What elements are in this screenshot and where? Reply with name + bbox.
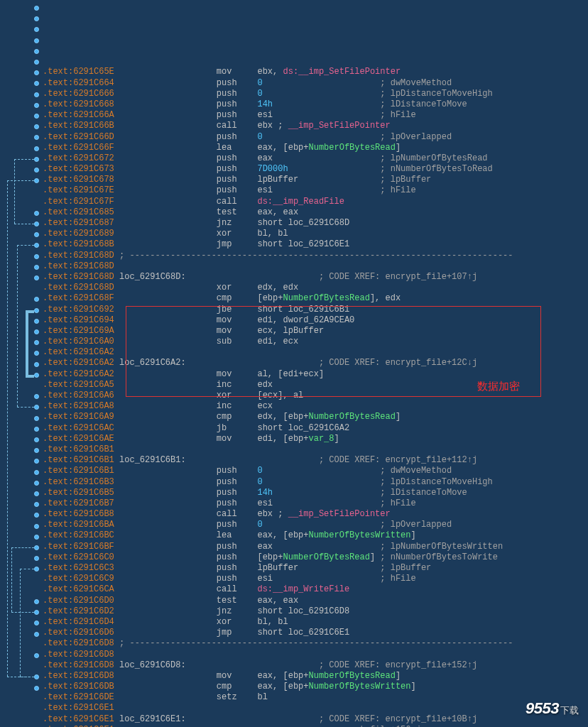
breakpoint-dot[interactable] (34, 556, 39, 561)
asm-line: .text:6291C66B call ebx ; __imp_SetFileP… (43, 121, 588, 131)
address: .text:6291C694 (43, 315, 114, 325)
watermark-sub: 下载 (560, 705, 578, 716)
breakpoint-dot[interactable] (34, 275, 39, 280)
address: .text:6291C666 (43, 89, 114, 99)
breakpoint-dot[interactable] (34, 621, 39, 625)
breakpoint-dot[interactable] (34, 232, 39, 237)
breakpoint-dot[interactable] (34, 437, 39, 442)
asm-line: .text:6291C672 push eax ; lpNumberOfByte… (43, 153, 588, 164)
address: .text:6291C6D0 (43, 596, 114, 606)
breakpoint-dot[interactable] (34, 168, 39, 173)
asm-line: .text:6291C67E push esi ; hFile (43, 185, 588, 196)
asm-line: .text:6291C6A2 (43, 347, 588, 358)
breakpoint-dot[interactable] (34, 513, 39, 518)
breakpoint-dot[interactable] (34, 416, 39, 421)
breakpoint-dot[interactable] (34, 16, 39, 21)
breakpoint-dot[interactable] (34, 362, 39, 367)
breakpoint-dot[interactable] (34, 427, 39, 432)
address: .text:6291C6A6 (43, 390, 114, 400)
address: .text:6291C67F (43, 197, 114, 207)
breakpoint-dot[interactable] (34, 653, 39, 658)
breakpoint-dot[interactable] (34, 599, 39, 604)
breakpoint-dot[interactable] (34, 545, 39, 550)
code-label: loc_6291C68D: (119, 272, 319, 282)
asm-line: .text:6291C68D xor edx, edx (43, 283, 588, 293)
address: .text:6291C668 (43, 99, 114, 109)
breakpoint-dot[interactable] (34, 308, 39, 313)
address: .text:6291C678 (43, 175, 114, 185)
breakpoint-dot[interactable] (34, 405, 39, 410)
breakpoint-dot[interactable] (34, 448, 39, 453)
breakpoint-dot[interactable] (34, 329, 39, 334)
breakpoint-dot[interactable] (34, 459, 39, 464)
breakpoint-dot[interactable] (34, 243, 39, 248)
address: .text:6291C6A9 (43, 412, 114, 422)
address: .text:6291C6AE (43, 434, 114, 444)
breakpoint-dot[interactable] (34, 524, 39, 529)
breakpoint-dot[interactable] (34, 222, 39, 226)
breakpoint-dot[interactable] (34, 535, 39, 540)
asm-line: .text:6291C6C0 push [ebp+NumberOfBytesRe… (43, 552, 588, 563)
address: .text:6291C6D8 (43, 650, 114, 660)
breakpoint-dot[interactable] (34, 674, 39, 679)
asm-line: .text:6291C6A0 sub edi, ecx (43, 337, 588, 347)
address: .text:6291C664 (43, 78, 114, 88)
address: .text:6291C67E (43, 185, 114, 195)
breakpoint-dot[interactable] (34, 394, 39, 399)
breakpoint-dot[interactable] (34, 60, 39, 65)
breakpoint-dot[interactable] (34, 38, 39, 43)
asm-line: .text:6291C69A mov ecx, lpBuffer (43, 326, 588, 337)
address: .text:6291C6A2 (43, 369, 114, 379)
asm-line: .text:6291C68D (43, 261, 588, 272)
breakpoint-dot[interactable] (34, 319, 39, 324)
address: .text:6291C66B (43, 121, 114, 131)
breakpoint-dot[interactable] (34, 27, 39, 32)
breakpoint-dot[interactable] (34, 610, 39, 615)
asm-line: .text:6291C6B1 push 0 ; dwMoveMethod (43, 466, 588, 476)
breakpoint-dot[interactable] (34, 6, 39, 11)
breakpoint-dot[interactable] (34, 297, 39, 302)
asm-line: .text:6291C6CA call ds:__imp_WriteFile (43, 584, 588, 595)
breakpoint-dot[interactable] (34, 146, 39, 151)
breakpoint-dot[interactable] (34, 49, 39, 54)
breakpoint-dot[interactable] (34, 632, 39, 637)
asm-line: .text:6291C6C3 push lpBuffer ; lpBuffer (43, 563, 588, 574)
breakpoint-dot[interactable] (34, 70, 39, 75)
breakpoint-dot[interactable] (34, 178, 39, 183)
breakpoint-dot[interactable] (34, 502, 39, 507)
address: .text:6291C6AC (43, 423, 114, 433)
asm-line: .text:6291C664 push 0 ; dwMoveMethod (43, 78, 588, 89)
breakpoint-dot[interactable] (34, 481, 39, 486)
asm-line: .text:6291C6AE mov edi, [ebp+var_8] (43, 434, 588, 444)
breakpoint-dot[interactable] (34, 470, 39, 475)
address: .text:6291C6B1 (43, 444, 114, 454)
address: .text:6291C69A (43, 326, 114, 336)
asm-line: .text:6291C6D2 jnz short loc_6291C6D8 (43, 606, 588, 617)
asm-line: .text:6291C689 xor bl, bl (43, 229, 588, 239)
breakpoint-dot[interactable] (34, 254, 39, 259)
breakpoint-dot[interactable] (34, 491, 39, 496)
asm-line: .text:6291C66D push 0 ; lpOverlapped (43, 132, 588, 143)
address: .text:6291C6B3 (43, 477, 114, 487)
asm-line: .text:6291C694 mov edi, dword_62A9CEA0 (43, 315, 588, 326)
breakpoint-dot[interactable] (34, 686, 39, 691)
asm-line: .text:6291C6E1 (43, 703, 588, 714)
breakpoint-dot[interactable] (34, 211, 39, 216)
address: .text:6291C6C9 (43, 574, 114, 584)
asm-line: .text:6291C65E mov ebx, ds:__imp_SetFile… (43, 67, 588, 77)
asm-line: .text:6291C6D6 jmp short loc_6291C6E1 (43, 628, 588, 638)
breakpoint-dot[interactable] (34, 114, 39, 119)
breakpoint-dot[interactable] (34, 265, 39, 270)
breakpoint-dot[interactable] (34, 124, 39, 129)
address: .text:6291C689 (43, 229, 114, 239)
breakpoint-dot[interactable] (34, 373, 39, 378)
breakpoint-dot[interactable] (34, 81, 39, 86)
breakpoint-dot[interactable] (34, 92, 39, 97)
breakpoint-dot[interactable] (34, 135, 39, 140)
breakpoint-dot[interactable] (34, 157, 39, 162)
breakpoint-dot[interactable] (34, 103, 39, 108)
breakpoint-dot[interactable] (34, 567, 39, 572)
breakpoint-dot[interactable] (34, 340, 39, 345)
breakpoint-dot[interactable] (34, 351, 39, 356)
address: .text:6291C68D (43, 272, 114, 282)
